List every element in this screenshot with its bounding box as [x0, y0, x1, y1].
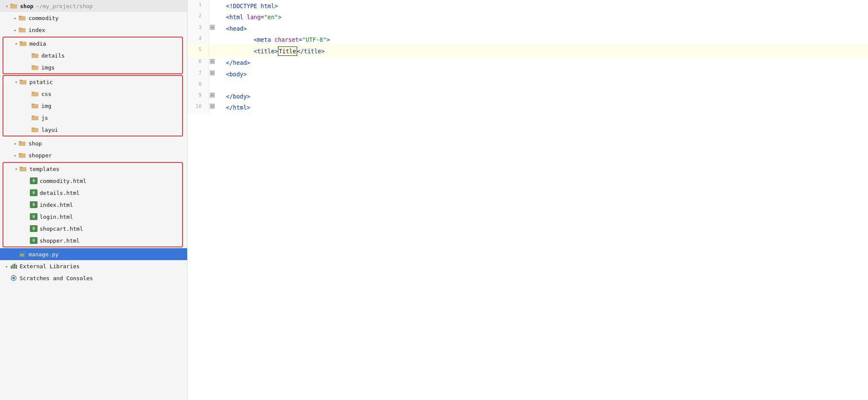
tree-item-templates[interactable]: templates [3, 163, 182, 175]
fold-icon-9[interactable]: − [210, 93, 215, 98]
details-label: details [41, 52, 65, 59]
layui-label: layui [41, 127, 58, 133]
code-line-1: 1 <!DOCTYPE html> [188, 0, 868, 11]
pstatic-label: pstatic [29, 79, 53, 85]
fold-icon-3[interactable]: − [210, 25, 215, 30]
line-content-3[interactable]: <head> [217, 23, 247, 34]
line-content-4[interactable]: <meta charset="UTF-8"> [217, 34, 330, 45]
shop-root-path: ~/my_project/shop [36, 3, 93, 9]
tree-item-css[interactable]: css [3, 88, 182, 100]
line-content-1[interactable]: <!DOCTYPE html> [217, 0, 278, 11]
folder-icon-commodity [19, 15, 26, 21]
shop-label: shop [29, 140, 42, 147]
folder-icon-img [32, 103, 39, 109]
fold-icon-10[interactable]: − [210, 104, 215, 109]
line-content-6[interactable]: </head> [217, 57, 250, 68]
manage-py-label: manage.py [29, 251, 58, 258]
line-content-2[interactable]: <html lang="en"> [217, 11, 281, 22]
tree-item-js[interactable]: js [3, 112, 182, 124]
index-label: index [29, 27, 45, 33]
tree-item-details-html[interactable]: H details.html [3, 187, 182, 199]
tree-item-media[interactable]: media [3, 38, 182, 49]
folder-icon-js [32, 115, 39, 121]
tree-item-manage-py[interactable]: py manage.py [0, 248, 187, 260]
external-libraries-label: External Libraries [20, 263, 80, 270]
file-tree-sidebar[interactable]: shop ~/my_project/shop commodity index [0, 0, 188, 400]
code-line-2: 2 <html lang="en"> [188, 11, 868, 22]
line-content-9[interactable]: </body> [217, 90, 250, 101]
svg-rect-1 [10, 4, 13, 5]
svg-rect-11 [32, 65, 35, 67]
tree-item-shopcart-html[interactable]: H shopcart.html [3, 223, 182, 235]
arrow-external-libs [3, 264, 10, 269]
scratches-label: Scratches and Consoles [20, 275, 93, 281]
tree-item-index[interactable]: index [0, 24, 187, 36]
folder-icon-shopper [19, 152, 26, 158]
shopper-html-label: shopper.html [40, 238, 80, 244]
tree-item-img[interactable]: img [3, 100, 182, 112]
arrow-templates [13, 167, 20, 171]
fold-icon-7[interactable]: − [210, 70, 215, 75]
chart-icon [10, 263, 17, 269]
arrow-media [13, 41, 20, 46]
code-line-3: 3 − <head> [188, 23, 868, 34]
gutter-7: − [209, 68, 217, 79]
svg-rect-27 [20, 167, 23, 168]
line-number-8: 8 [188, 79, 209, 90]
html-file-icon-commodity: H [30, 177, 38, 184]
tree-item-pstatic[interactable]: pstatic [3, 76, 182, 88]
html-file-icon-details: H [30, 189, 38, 196]
html-file-icon-index: H [30, 201, 38, 208]
tree-item-layui[interactable]: layui [3, 124, 182, 136]
tree-item-login-html[interactable]: H login.html [3, 211, 182, 223]
tree-item-shopper[interactable]: shopper [0, 149, 187, 161]
arrow-shop [12, 141, 19, 146]
shopper-label: shopper [29, 152, 52, 159]
arrow-commodity [12, 16, 19, 20]
tree-item-commodity[interactable]: commodity [0, 12, 187, 24]
editor-content: 1 <!DOCTYPE html> 2 <html lang="en"> 3 −… [188, 0, 868, 113]
tree-item-index-html[interactable]: H index.html [3, 199, 182, 211]
code-line-7: 7 − <body> [188, 68, 868, 79]
line-number-2: 2 [188, 11, 209, 22]
code-editor[interactable]: 1 <!DOCTYPE html> 2 <html lang="en"> 3 −… [188, 0, 868, 400]
svg-rect-15 [32, 92, 35, 93]
arrow-shopper [12, 153, 19, 158]
media-label: media [29, 41, 46, 47]
external-libraries-item[interactable]: External Libraries [0, 260, 187, 272]
details-html-label: details.html [40, 190, 80, 196]
cursor-title: Title [278, 46, 297, 56]
tree-item-details[interactable]: details [3, 49, 182, 61]
svg-rect-5 [19, 28, 22, 29]
login-html-label: login.html [40, 214, 73, 220]
tree-item-shop-root[interactable]: shop ~/my_project/shop [0, 0, 187, 12]
folder-icon-media [20, 41, 27, 46]
svg-rect-32 [14, 264, 15, 269]
arrow-index [12, 28, 19, 32]
fold-icon-6[interactable]: − [210, 59, 215, 64]
folder-icon-pstatic [20, 79, 27, 85]
tree-item-shopper-html[interactable]: H shopper.html [3, 235, 182, 246]
line-content-8[interactable] [217, 79, 229, 90]
gutter-5 [209, 45, 217, 57]
line-content-7[interactable]: <body> [217, 68, 247, 79]
svg-rect-33 [16, 265, 17, 269]
tree-item-commodity-html[interactable]: H commodity.html [3, 175, 182, 187]
gutter-3: − [209, 23, 217, 34]
code-line-8: 8 [188, 79, 868, 90]
gutter-9: − [209, 90, 217, 101]
line-content-10[interactable]: </html> [217, 101, 250, 113]
tree-item-imgs[interactable]: imgs [3, 61, 182, 73]
html-file-icon-shopcart: H [30, 225, 38, 232]
svg-rect-19 [32, 116, 35, 117]
scratches-consoles-item[interactable]: Scratches and Consoles [0, 272, 187, 284]
line-number-5: 5 [188, 45, 209, 57]
line-number-7: 7 [188, 68, 209, 79]
gutter-2 [209, 11, 217, 22]
line-number-9: 9 [188, 90, 209, 101]
line-content-5[interactable]: <title>Title</title> [217, 45, 325, 57]
svg-rect-13 [20, 80, 23, 81]
folder-icon-templates [20, 166, 27, 172]
tree-item-shop[interactable]: shop [0, 137, 187, 149]
html-file-icon-shopper: H [30, 237, 38, 244]
